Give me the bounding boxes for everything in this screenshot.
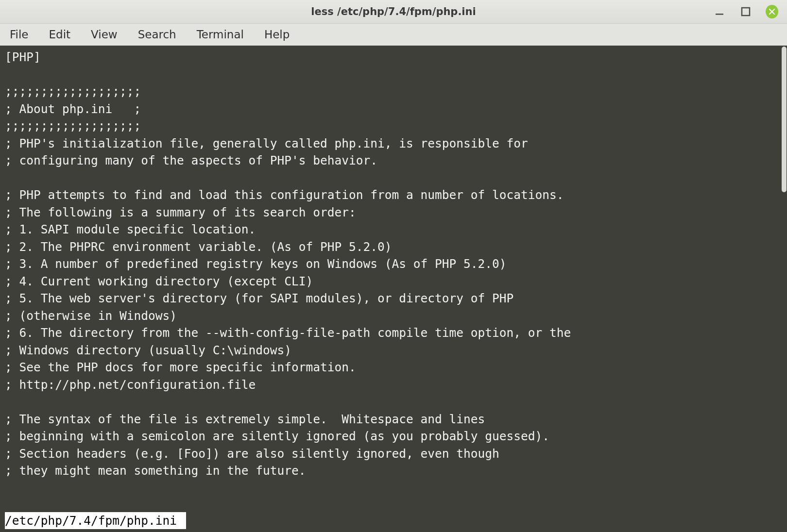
menu-search[interactable]: Search bbox=[135, 26, 179, 43]
menu-view[interactable]: View bbox=[88, 26, 120, 43]
minimize-icon bbox=[715, 7, 724, 17]
window-title: less /etc/php/7.4/fpm/php.ini bbox=[0, 6, 787, 17]
menu-file[interactable]: File bbox=[7, 26, 32, 43]
terminal-window: less /etc/php/7.4/fpm/php.ini bbox=[0, 0, 787, 532]
menubar: File Edit View Search Terminal Help bbox=[0, 24, 787, 46]
close-button[interactable] bbox=[766, 5, 778, 18]
minimize-button[interactable] bbox=[713, 5, 726, 18]
maximize-icon bbox=[741, 7, 751, 17]
window-controls bbox=[713, 5, 782, 18]
svg-rect-0 bbox=[716, 14, 723, 15]
svg-rect-1 bbox=[742, 8, 750, 16]
terminal-content[interactable]: [PHP] ;;;;;;;;;;;;;;;;;;; ; About php.in… bbox=[0, 46, 781, 532]
menu-terminal[interactable]: Terminal bbox=[194, 26, 247, 43]
terminal-area[interactable]: [PHP] ;;;;;;;;;;;;;;;;;;; ; About php.in… bbox=[0, 46, 787, 532]
scrollbar[interactable] bbox=[781, 46, 787, 532]
close-icon bbox=[766, 5, 778, 18]
less-status-line: /etc/php/7.4/fpm/php.ini bbox=[5, 512, 186, 530]
menu-help[interactable]: Help bbox=[261, 26, 292, 43]
menu-edit[interactable]: Edit bbox=[46, 26, 74, 43]
titlebar: less /etc/php/7.4/fpm/php.ini bbox=[0, 0, 787, 24]
maximize-button[interactable] bbox=[739, 5, 752, 18]
scrollbar-thumb[interactable] bbox=[782, 47, 787, 192]
